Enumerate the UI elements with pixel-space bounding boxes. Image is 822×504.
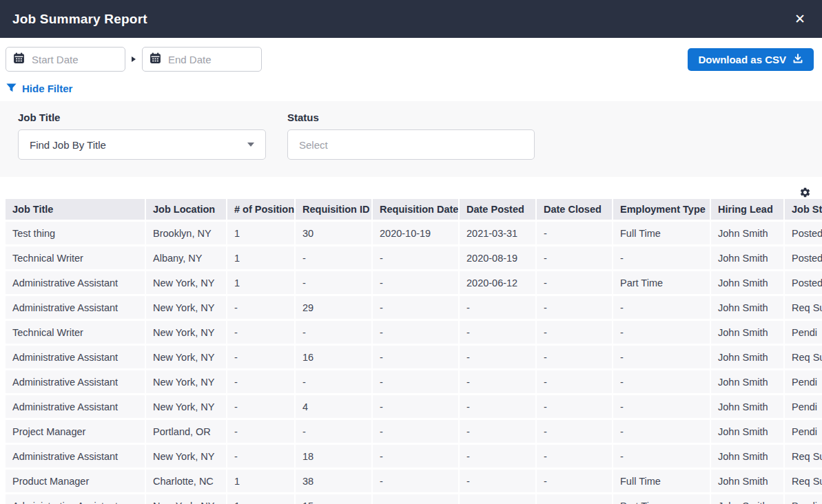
table-cell: - bbox=[613, 370, 711, 395]
table-cell: 1 bbox=[227, 246, 296, 271]
modal-titlebar: Job Summary Report ✕ bbox=[0, 0, 822, 38]
table-cell: 1 bbox=[227, 222, 296, 246]
table-cell: - bbox=[613, 346, 711, 370]
table-cell: John Smith bbox=[711, 370, 785, 395]
table-cell: Administrative Assistant bbox=[6, 346, 146, 370]
end-date-field[interactable] bbox=[142, 47, 262, 72]
job-title-dropdown-value: Find Job By Title bbox=[30, 139, 106, 151]
table-cell: New York, NY bbox=[146, 296, 227, 321]
table-cell: - bbox=[460, 395, 537, 420]
close-icon[interactable]: ✕ bbox=[790, 10, 810, 28]
table-cell: - bbox=[227, 296, 296, 321]
download-csv-button[interactable]: Download as CSV bbox=[688, 48, 814, 71]
table-cell: - bbox=[613, 246, 711, 271]
table-cell: Pendi bbox=[785, 420, 822, 445]
table-cell: - bbox=[373, 271, 460, 296]
table-cell: - bbox=[537, 470, 613, 494]
table-cell: - bbox=[373, 370, 460, 395]
hide-filter-label: Hide Filter bbox=[22, 83, 72, 94]
table-cell: - bbox=[373, 321, 460, 346]
page-title: Job Summary Report bbox=[12, 12, 147, 27]
table-cell: Full Time bbox=[613, 470, 711, 494]
table-cell: New York, NY bbox=[146, 370, 227, 395]
table-cell: Posted bbox=[785, 271, 822, 296]
table-cell: - bbox=[537, 296, 613, 321]
table-cell: Administrative Assistant bbox=[6, 395, 146, 420]
table-cell: - bbox=[373, 470, 460, 494]
table-cell: 38 bbox=[296, 470, 373, 494]
column-header: Requisition ID bbox=[296, 199, 373, 222]
calendar-icon bbox=[150, 52, 161, 67]
calendar-icon bbox=[13, 52, 25, 67]
status-select-input[interactable] bbox=[287, 129, 535, 160]
table-cell: - bbox=[460, 346, 537, 370]
table-cell: - bbox=[537, 346, 613, 370]
table-row: Administrative AssistantNew York, NY----… bbox=[6, 370, 822, 395]
table-cell: John Smith bbox=[711, 346, 785, 370]
table-cell: - bbox=[373, 395, 460, 420]
end-date-input[interactable] bbox=[168, 54, 254, 65]
table-cell: - bbox=[537, 370, 613, 395]
table-cell: Administrative Assistant bbox=[6, 271, 146, 296]
table-cell: New York, NY bbox=[146, 346, 227, 370]
filter-panel: Job Title Find Job By Title Status bbox=[0, 101, 822, 177]
table-cell: - bbox=[373, 420, 460, 445]
table-cell: John Smith bbox=[711, 494, 785, 504]
table-cell: John Smith bbox=[711, 246, 785, 271]
table-cell: Technical Writer bbox=[6, 246, 146, 271]
table-row: Administrative AssistantNew York, NY1--2… bbox=[6, 271, 822, 296]
table-cell: John Smith bbox=[711, 445, 785, 470]
column-header: Hiring Lead bbox=[711, 199, 785, 222]
table-cell: - bbox=[296, 370, 373, 395]
table-cell: John Smith bbox=[711, 321, 785, 346]
table-cell: 16 bbox=[296, 346, 373, 370]
table-row: Administrative AssistantNew York, NY-18-… bbox=[6, 445, 822, 470]
table-cell: - bbox=[613, 420, 711, 445]
table-cell: - bbox=[460, 494, 537, 504]
column-header: Requisition Date bbox=[373, 199, 460, 222]
table-cell: Req Su bbox=[785, 445, 822, 470]
table-cell: John Smith bbox=[711, 271, 785, 296]
table-toolbar bbox=[0, 177, 822, 199]
column-header: Employment Type bbox=[613, 199, 711, 222]
start-date-input[interactable] bbox=[32, 54, 118, 65]
start-date-field[interactable] bbox=[6, 47, 125, 72]
table-cell: - bbox=[537, 420, 613, 445]
table-cell: 1 bbox=[227, 470, 296, 494]
table-cell: New York, NY bbox=[146, 321, 227, 346]
report-table: Job TitleJob Location# of PositionsRequi… bbox=[6, 199, 822, 504]
job-title-dropdown[interactable]: Find Job By Title bbox=[18, 129, 266, 160]
table-cell: Technical Writer bbox=[6, 321, 146, 346]
table-cell: Part Time bbox=[613, 494, 711, 504]
table-cell: Project Manager bbox=[6, 420, 146, 445]
table-row: Administrative AssistantNew York, NY-16-… bbox=[6, 346, 822, 370]
table-cell: Administrative Assistant bbox=[6, 296, 146, 321]
hide-filter-link[interactable]: Hide Filter bbox=[0, 72, 72, 94]
table-cell: - bbox=[537, 494, 613, 504]
table-cell: Test thing bbox=[6, 222, 146, 246]
table-row: Technical WriterNew York, NY------John S… bbox=[6, 321, 822, 346]
table-cell: - bbox=[460, 321, 537, 346]
table-cell: 2020-06-12 bbox=[460, 271, 537, 296]
table-row: Administrative AssistantNew York, NY115-… bbox=[6, 494, 822, 504]
filter-funnel-icon bbox=[6, 83, 17, 94]
table-cell: - bbox=[227, 420, 296, 445]
table-cell: - bbox=[613, 395, 711, 420]
table-row: Project ManagerPortland, OR------John Sm… bbox=[6, 420, 822, 445]
column-header: Job Location bbox=[146, 199, 227, 222]
report-table-container: Job TitleJob Location# of PositionsRequi… bbox=[6, 199, 822, 504]
table-cell: - bbox=[460, 420, 537, 445]
table-cell: John Smith bbox=[711, 470, 785, 494]
table-cell: Brooklyn, NY bbox=[146, 222, 227, 246]
chevron-down-icon bbox=[247, 143, 254, 147]
table-row: Product ManagerCharlotte, NC138---Full T… bbox=[6, 470, 822, 494]
column-header: Job St bbox=[785, 199, 822, 222]
status-filter-label: Status bbox=[287, 112, 535, 123]
table-header-row: Job TitleJob Location# of PositionsRequi… bbox=[6, 199, 822, 222]
table-cell: New York, NY bbox=[146, 395, 227, 420]
table-cell: Pendi bbox=[785, 370, 822, 395]
table-settings-button[interactable] bbox=[798, 185, 812, 199]
table-cell: - bbox=[373, 246, 460, 271]
table-cell: John Smith bbox=[711, 395, 785, 420]
table-cell: 30 bbox=[296, 222, 373, 246]
